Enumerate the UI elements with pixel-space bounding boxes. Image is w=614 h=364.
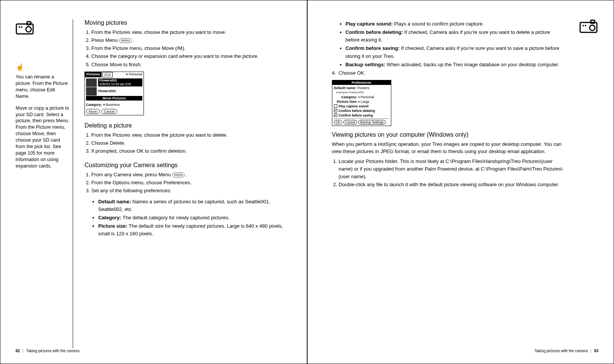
- pref-bullets-cont: Play capture sound: Plays a sound to con…: [332, 20, 565, 69]
- pref-item: Category: The default category for newly…: [98, 214, 284, 222]
- steps-customizing: From any Camera view, press Menu menu . …: [85, 171, 284, 195]
- svg-rect-0: [16, 24, 33, 34]
- palm-screenshot-prefs: Preferences Default name: Flowers exampl…: [332, 80, 391, 126]
- palm-dialog-title: Move Pictures: [86, 96, 142, 101]
- step: Double-click any file to launch it with …: [339, 181, 565, 188]
- step: From the Picture menu, choose Move (/M).: [91, 45, 284, 52]
- tip-icon: ☝: [16, 62, 70, 72]
- pref-item: Confirm before saving: If checked, Camer…: [346, 45, 565, 60]
- palm-backup-button: Backup Settings: [358, 120, 385, 125]
- pref-item: Default name: Names a series of pictures…: [98, 198, 284, 213]
- step: Set any of the following preferences:: [91, 187, 284, 195]
- svg-rect-6: [591, 20, 595, 23]
- svg-point-7: [582, 25, 584, 26]
- svg-point-2: [19, 26, 20, 28]
- step: Press Menu menu .: [91, 37, 284, 44]
- svg-point-3: [21, 26, 22, 28]
- thumbnail: [86, 87, 97, 96]
- sidebar-tip-1: You can rename a picture. From the Pictu…: [16, 74, 70, 100]
- heading-viewing: Viewing pictures on your computer (Windo…: [332, 131, 565, 138]
- palm-dialog-title: Preferences: [332, 80, 391, 85]
- palm-checkbox: ✓Confirm before deleting: [334, 109, 389, 113]
- palm-cancel-button: Cancel: [101, 109, 117, 114]
- menu-button-icon: menu: [172, 172, 185, 177]
- palm-screenshot-move: Pictures 1/14 ▾ Personal Flowers001 4/30…: [85, 72, 144, 115]
- page-right: Play capture sound: Plays a sound to con…: [307, 0, 614, 364]
- pref-item: Picture size: The default size for newly…: [98, 222, 284, 238]
- step: Choose Delete.: [91, 139, 284, 147]
- steps-moving: From the Pictures view, choose the pictu…: [85, 29, 284, 69]
- viewing-intro: When you perform a HotSync operation, yo…: [332, 140, 565, 155]
- pref-item: Play capture sound: Plays a sound to con…: [346, 20, 565, 28]
- step: From the Options menu, choose Preference…: [91, 179, 284, 187]
- palm-move-button: Move: [86, 109, 100, 114]
- content-left: Moving pictures From the Pictures view, …: [73, 19, 292, 348]
- step: From the Pictures view, choose the pictu…: [91, 131, 284, 139]
- palm-category-dropdown: ▾ Personal: [113, 72, 144, 77]
- steps-viewing: Locate your Pictures folder. This is mos…: [332, 158, 565, 189]
- thumbnail: [86, 78, 97, 87]
- camera-icon: [579, 19, 598, 34]
- svg-point-4: [26, 27, 31, 32]
- page-left: ☝ You can rename a picture. From the Pic…: [0, 0, 307, 364]
- svg-rect-5: [580, 22, 597, 32]
- heading-customizing: Customizing your Camera settings: [85, 162, 284, 169]
- palm-title: Pictures: [85, 72, 102, 77]
- heading-moving: Moving pictures: [85, 19, 284, 26]
- palm-checkbox: ✓Confirm before saving: [334, 113, 389, 117]
- palm-cancel-button: Cancel: [343, 120, 357, 125]
- step: From any Camera view, press Menu menu .: [91, 171, 284, 179]
- footer-left: 62 :: Taking pictures with the camera: [16, 349, 80, 353]
- pref-item: Backup settings: When activated, backs u…: [346, 61, 565, 69]
- step: From the Pictures view, choose the pictu…: [91, 29, 284, 36]
- pref-item: Confirm before deleting: If checked, Cam…: [346, 29, 565, 44]
- content-right: Play capture sound: Plays a sound to con…: [323, 19, 572, 348]
- pref-bullets: Default name: Names a series of pictures…: [85, 198, 284, 238]
- palm-list-item: Flowers002: [86, 87, 142, 96]
- sidebar-left: ☝ You can rename a picture. From the Pic…: [16, 19, 73, 348]
- palm-checkbox: Play capture sound: [334, 104, 389, 108]
- svg-rect-1: [27, 22, 31, 25]
- palm-ok-button: OK: [334, 120, 342, 125]
- sidebar-right: [572, 19, 598, 348]
- step: Choose Move to finish.: [91, 61, 284, 69]
- svg-point-9: [590, 25, 595, 30]
- step: If prompted, choose OK to confirm deleti…: [91, 147, 284, 155]
- camera-icon: [16, 21, 35, 35]
- step: Choose the category or expansion card wh…: [91, 53, 284, 60]
- sidebar-tip-2: Move or copy a picture to your SD card. …: [16, 105, 70, 169]
- palm-list-item: Flowers001 4/30/03 10:56 am 57K ▲: [86, 78, 142, 87]
- svg-point-8: [585, 25, 586, 26]
- palm-counter: 1/14: [102, 72, 113, 77]
- steps-customizing-cont: Choose OK.: [332, 69, 565, 77]
- page-spread: ☝ You can rename a picture. From the Pic…: [0, 0, 614, 364]
- heading-deleting: Deleting a picture: [85, 122, 284, 129]
- menu-button-icon: menu: [119, 38, 132, 43]
- step: Locate your Pictures folder. This is mos…: [339, 158, 565, 180]
- step: Choose OK.: [339, 69, 565, 77]
- footer-right: Taking pictures with the camera :: 63: [534, 349, 598, 353]
- steps-deleting: From the Pictures view, choose the pictu…: [85, 131, 284, 155]
- scroll-up-icon: ▲: [138, 78, 142, 83]
